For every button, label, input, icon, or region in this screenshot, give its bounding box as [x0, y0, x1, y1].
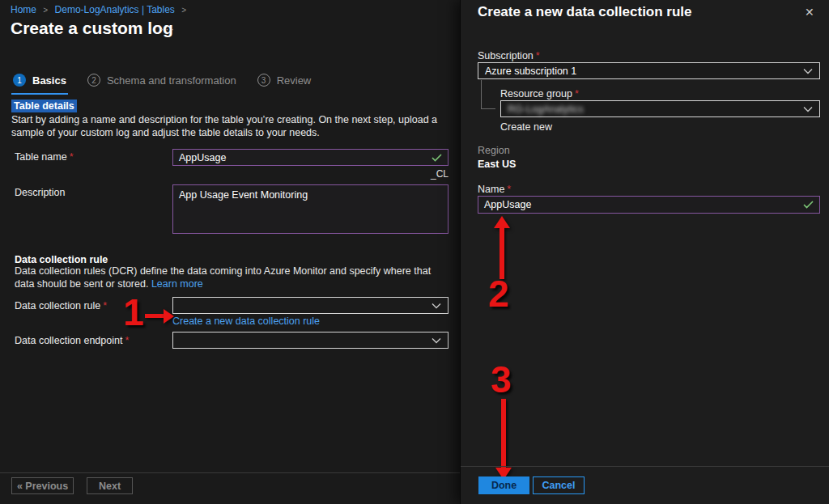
chevron-down-icon: [432, 337, 441, 344]
subscription-label-text: Subscription: [478, 50, 534, 61]
breadcrumb-workspace-tables[interactable]: Demo-LogAnalytics | Tables: [55, 4, 175, 15]
valid-check-icon: [432, 154, 442, 162]
table-details-heading: Table details: [11, 100, 77, 112]
table-details-intro: Start by adding a name and description f…: [11, 114, 449, 139]
panel-title: Create a new data collection rule: [478, 4, 692, 20]
resource-group-label: Resource group*: [500, 88, 579, 100]
dcr-dropdown[interactable]: [172, 297, 449, 314]
annotation-arrow-2-shaft: [500, 227, 504, 279]
required-marker: *: [125, 335, 129, 346]
breadcrumb-separator: >: [43, 6, 48, 15]
dce-label: Data collection endpoint*: [15, 335, 129, 346]
dce-dropdown[interactable]: [172, 332, 449, 349]
done-button[interactable]: Done: [478, 476, 529, 494]
close-icon[interactable]: ✕: [805, 6, 814, 19]
chevron-down-icon: [803, 68, 813, 74]
resource-group-value-redacted: RG-LogAnalytics: [508, 104, 584, 115]
page-title: Create a custom log: [11, 19, 173, 38]
annotation-arrow-1-head: [164, 309, 174, 324]
table-name-cl-suffix: _CL: [172, 168, 449, 180]
valid-check-icon: [803, 201, 814, 209]
required-marker: *: [70, 151, 74, 163]
chevron-down-icon: [803, 106, 813, 112]
breadcrumb-separator: >: [181, 6, 186, 15]
dcr-name-input[interactable]: AppUsage: [478, 196, 820, 214]
learn-more-link[interactable]: Learn more: [151, 278, 203, 290]
annotation-arrow-3-shaft: [501, 399, 506, 468]
resource-group-connector-line: [481, 80, 495, 109]
dcr-section-heading: Data collection rule: [15, 254, 108, 265]
table-name-label: Table name*: [15, 151, 74, 163]
cancel-button[interactable]: Cancel: [533, 476, 585, 494]
dcr-name-value: AppUsage: [484, 199, 803, 210]
dcr-section-text-body: Data collection rules (DCR) define the d…: [15, 265, 431, 290]
required-marker: *: [536, 50, 540, 61]
required-marker: *: [507, 184, 511, 195]
description-value: App Usage Event Monitoring: [179, 189, 308, 201]
table-name-input[interactable]: AppUsage: [172, 149, 449, 166]
next-button[interactable]: Next: [87, 477, 133, 494]
tab-basics[interactable]: 1 Basics: [11, 72, 68, 95]
description-textarea[interactable]: App Usage Event Monitoring: [172, 184, 449, 234]
region-value: East US: [478, 159, 516, 170]
annotation-step-1: 1: [123, 294, 144, 331]
name-label-text: Name: [478, 184, 504, 195]
panel-footer-divider: [461, 466, 829, 467]
tab-schema-and-transformation[interactable]: 2 Schema and transformation: [86, 72, 238, 93]
chevron-down-icon: [432, 303, 441, 309]
annotation-step-3: 3: [491, 361, 512, 398]
tab-basics-label: Basics: [32, 74, 66, 87]
create-dcr-panel: Create a new data collection rule ✕ Subs…: [460, 0, 829, 504]
create-new-resource-group-link[interactable]: Create new: [500, 121, 552, 133]
tab-review-label: Review: [277, 74, 312, 87]
table-name-label-text: Table name: [15, 151, 67, 163]
step-1-circle: 1: [13, 74, 26, 87]
tab-review[interactable]: 3 Review: [256, 72, 313, 93]
required-marker: *: [575, 88, 579, 100]
dce-label-text: Data collection endpoint: [15, 335, 122, 346]
more-options-icon[interactable]: ···: [160, 23, 176, 35]
create-new-dcr-link[interactable]: Create a new data collection rule: [172, 316, 320, 327]
tab-schema-label: Schema and transformation: [107, 74, 236, 87]
create-custom-log-main: Home > Demo-LogAnalytics | Tables > Crea…: [0, 0, 460, 504]
description-label: Description: [15, 187, 66, 198]
required-marker: *: [103, 300, 107, 311]
breadcrumb-home[interactable]: Home: [11, 4, 36, 15]
subscription-value: Azure subscription 1: [485, 66, 576, 77]
subscription-dropdown[interactable]: Azure subscription 1: [478, 62, 820, 79]
dcr-label: Data collection rule*: [15, 300, 107, 311]
subscription-label: Subscription*: [478, 50, 540, 61]
name-label: Name*: [478, 184, 511, 195]
region-label: Region: [478, 145, 510, 156]
breadcrumb: Home > Demo-LogAnalytics | Tables >: [11, 4, 190, 15]
azure-portal-page: Home > Demo-LogAnalytics | Tables > Crea…: [0, 0, 829, 504]
table-name-value: AppUsage: [179, 152, 432, 163]
footer-divider: [0, 472, 460, 473]
wizard-tabs: 1 Basics 2 Schema and transformation 3 R…: [11, 72, 312, 95]
resource-group-dropdown[interactable]: RG-LogAnalytics: [500, 100, 820, 117]
annotation-arrow-2-head: [494, 216, 510, 228]
annotation-arrow-1-shaft: [145, 314, 165, 318]
dcr-label-text: Data collection rule: [15, 300, 100, 311]
resource-group-label-text: Resource group: [500, 88, 572, 100]
previous-button[interactable]: « Previous: [11, 477, 74, 494]
step-3-circle: 3: [257, 74, 270, 87]
annotation-step-2: 2: [488, 275, 509, 312]
step-2-circle: 2: [87, 74, 100, 87]
dcr-section-text: Data collection rules (DCR) define the d…: [15, 265, 452, 290]
